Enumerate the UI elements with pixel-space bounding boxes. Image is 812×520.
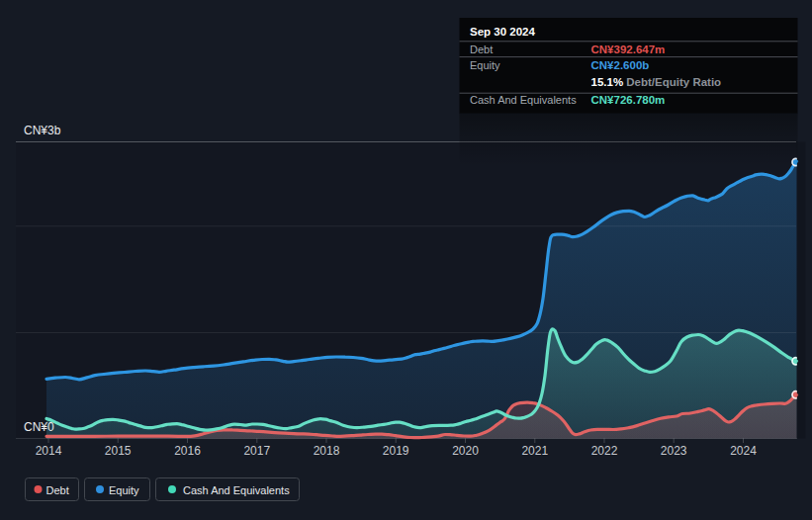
svg-text:2014: 2014 [36,444,62,458]
svg-text:Cash And Equivalents: Cash And Equivalents [183,484,290,496]
svg-text:Debt: Debt [46,484,69,496]
svg-text:CN¥0: CN¥0 [24,420,54,434]
svg-text:2019: 2019 [383,444,409,458]
svg-text:2021: 2021 [521,444,548,458]
svg-text:2024: 2024 [730,444,757,458]
svg-text:2016: 2016 [174,444,201,458]
svg-text:2022: 2022 [591,444,618,458]
svg-text:CN¥3b: CN¥3b [24,124,61,137]
svg-text:15.1% Debt/Equity Ratio: 15.1% Debt/Equity Ratio [591,76,722,88]
svg-text:Debt: Debt [470,43,493,55]
svg-text:Sep 30 2024: Sep 30 2024 [470,26,535,38]
svg-text:2023: 2023 [661,444,687,458]
svg-text:2018: 2018 [314,444,340,458]
svg-text:Equity: Equity [109,484,139,496]
svg-text:2020: 2020 [452,444,479,458]
svg-text:Equity: Equity [470,59,500,71]
svg-text:CN¥726.780m: CN¥726.780m [591,94,666,106]
svg-text:Cash And Equivalents: Cash And Equivalents [470,94,577,106]
svg-text:CN¥2.600b: CN¥2.600b [591,59,650,71]
svg-text:2017: 2017 [243,444,270,458]
svg-text:2015: 2015 [105,444,132,458]
svg-text:CN¥392.647m: CN¥392.647m [591,43,666,55]
